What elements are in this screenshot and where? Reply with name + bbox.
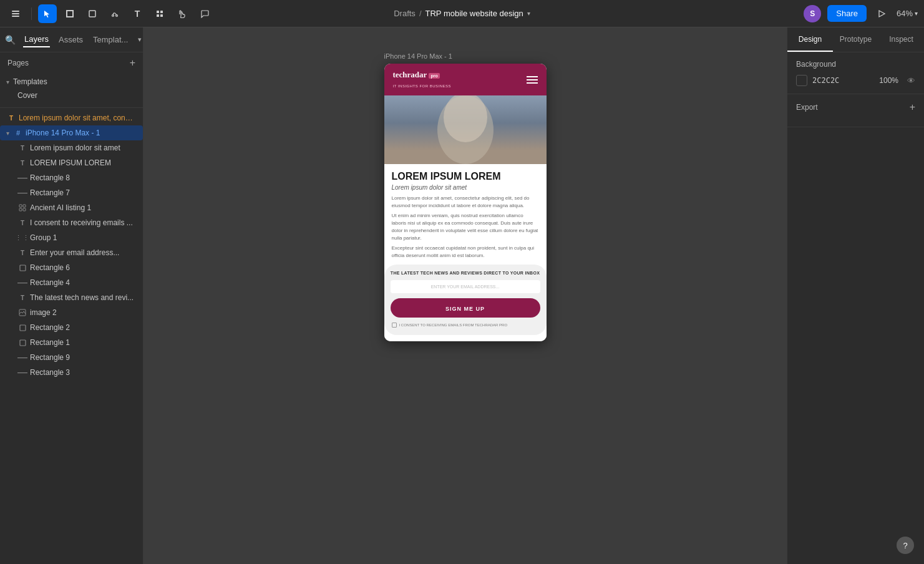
canvas[interactable]: iPhone 14 Pro Max - 1 techradar pro IT I…	[143, 27, 787, 564]
list-item[interactable]: T I consent to receiving emails ...	[0, 215, 143, 230]
page-cover[interactable]: Cover	[0, 89, 143, 102]
toolbar-left: T	[6, 4, 214, 23]
component-tool[interactable]	[150, 4, 169, 23]
consent-text: I CONSENT TO RECEIVING EMAILS FROM TECHR…	[399, 323, 508, 327]
rect-line-icon: —	[17, 278, 27, 288]
newsletter-input[interactable]: ENTER YOUR EMAIL ADDRESS...	[391, 280, 540, 293]
hand-tool[interactable]	[173, 4, 192, 23]
page-list: ▾ Templates Cover	[0, 72, 143, 108]
toolbar-right: S Share 64% ▾	[804, 5, 918, 22]
list-item[interactable]: Rectangle 1	[0, 335, 143, 350]
color-swatch[interactable]	[796, 75, 807, 86]
svg-rect-24	[20, 325, 26, 331]
frame-icon: #	[13, 128, 23, 138]
svg-rect-10	[66, 16, 74, 17]
layer-label: Rectangle 6	[30, 263, 135, 272]
play-button[interactable]	[873, 5, 890, 22]
shape-tool[interactable]	[83, 4, 102, 23]
tab-layers[interactable]: Layers	[23, 32, 50, 47]
eye-icon[interactable]: 👁	[907, 76, 915, 85]
page-templates[interactable]: ▾ Templates	[0, 75, 143, 89]
newsletter-consent: I CONSENT TO RECEIVING EMAILS FROM TECHR…	[391, 323, 540, 328]
left-panel: 🔍 Layers Assets Templat... ▾ Pages + ▾ T…	[0, 27, 143, 564]
text-tool[interactable]: T	[128, 4, 147, 23]
tab-templates[interactable]: Templat...	[92, 32, 129, 47]
list-item[interactable]: image 2	[0, 305, 143, 320]
list-item[interactable]: Rectangle 2	[0, 320, 143, 335]
list-item[interactable]: ⋮⋮ Group 1	[0, 230, 143, 245]
list-item[interactable]: — Rectangle 3	[0, 365, 143, 380]
zoom-control[interactable]: 64% ▾	[897, 9, 918, 18]
list-item[interactable]: Rectangle 6	[0, 260, 143, 275]
layer-label: image 2	[30, 308, 135, 317]
svg-rect-20	[19, 208, 22, 211]
list-item[interactable]: T Lorem ipsum dolor sit amet	[0, 140, 143, 155]
list-item[interactable]: Ancient AI listing 1	[0, 200, 143, 215]
svg-rect-21	[23, 208, 26, 211]
chevron-down-icon: ▾	[6, 130, 9, 137]
list-item[interactable]: — Rectangle 8	[0, 170, 143, 185]
pen-tool[interactable]	[105, 4, 124, 23]
sign-me-up-button[interactable]: SIGN ME UP	[391, 298, 540, 318]
panel-tab-more-icon[interactable]: ▾	[138, 36, 142, 44]
export-add-button[interactable]: +	[910, 102, 915, 113]
help-button[interactable]: ?	[897, 537, 914, 554]
list-item[interactable]: T Enter your email address...	[0, 245, 143, 260]
frame-tool[interactable]	[61, 4, 79, 23]
breadcrumb-drafts[interactable]: Drafts	[394, 9, 416, 18]
export-header: Export +	[796, 102, 915, 113]
newsletter-title: THE LATEST TECH NEWS AND REVIEWS DIRECT …	[391, 271, 540, 275]
list-item[interactable]: — Rectangle 9	[0, 350, 143, 365]
tab-prototype[interactable]: Prototype	[833, 27, 878, 52]
text-icon: T	[17, 143, 27, 153]
list-item[interactable]: T Lorem ipsum dolor sit amet, conse...	[0, 110, 143, 125]
svg-rect-16	[157, 14, 159, 17]
layer-label: Rectangle 4	[30, 278, 135, 287]
list-item[interactable]: T The latest tech news and revi...	[0, 290, 143, 305]
layer-label: Rectangle 2	[30, 323, 135, 332]
layer-label: Lorem ipsum dolor sit amet	[30, 143, 135, 152]
tab-inspect[interactable]: Inspect	[878, 27, 924, 52]
layer-label: Rectangle 7	[30, 188, 135, 197]
share-button[interactable]: Share	[827, 5, 867, 22]
phone-body: LOREM IPSUM LOREM Lorem ipsum dolor sit …	[384, 164, 547, 341]
export-label: Export	[796, 103, 818, 112]
comment-tool[interactable]	[195, 4, 214, 23]
list-item[interactable]: T LOREM IPSUM LOREM	[0, 155, 143, 170]
rect-icon	[17, 323, 27, 333]
search-icon[interactable]: 🔍	[5, 35, 16, 45]
tab-assets[interactable]: Assets	[57, 32, 84, 47]
list-item[interactable]: ▾ # iPhone 14 Pro Max - 1	[0, 125, 143, 140]
logo-text: techradar	[393, 70, 427, 80]
layer-label: Enter your email address...	[30, 248, 135, 257]
rect-line-icon: —	[17, 352, 27, 362]
image-icon	[17, 308, 27, 318]
layer-label: Rectangle 3	[30, 368, 135, 377]
zoom-value: 64%	[897, 9, 913, 18]
tab-design[interactable]: Design	[787, 27, 833, 52]
consent-checkbox[interactable]	[392, 323, 397, 328]
pages-add-button[interactable]: +	[130, 57, 135, 69]
menu-button[interactable]	[6, 4, 25, 23]
hamburger-line	[527, 76, 538, 77]
page-templates-label: Templates	[13, 77, 135, 86]
article-body-3: Excepteur sint occaecat cupidatat non pr…	[392, 245, 539, 260]
svg-rect-11	[89, 11, 95, 17]
svg-rect-17	[160, 14, 163, 17]
avatar: S	[804, 5, 821, 22]
svg-rect-0	[12, 11, 19, 12]
logo-tagline: IT INSIGHTS FOR BUSINESS	[393, 84, 452, 88]
select-tool[interactable]	[38, 4, 57, 23]
layer-label: Rectangle 9	[30, 353, 135, 362]
panel-tabs: 🔍 Layers Assets Templat... ▾	[0, 27, 143, 52]
hero-image-content	[384, 95, 547, 164]
layer-label: I consent to receiving emails ...	[30, 218, 135, 227]
svg-rect-19	[23, 205, 26, 207]
svg-rect-15	[160, 11, 163, 13]
hamburger-menu[interactable]	[527, 76, 538, 84]
file-name[interactable]: TRP mobile website design	[426, 9, 523, 18]
list-item[interactable]: — Rectangle 4	[0, 275, 143, 290]
list-item[interactable]: — Rectangle 7	[0, 185, 143, 200]
chevron-down-icon: ▾	[6, 79, 9, 85]
file-chevron[interactable]: ▾	[527, 10, 530, 17]
